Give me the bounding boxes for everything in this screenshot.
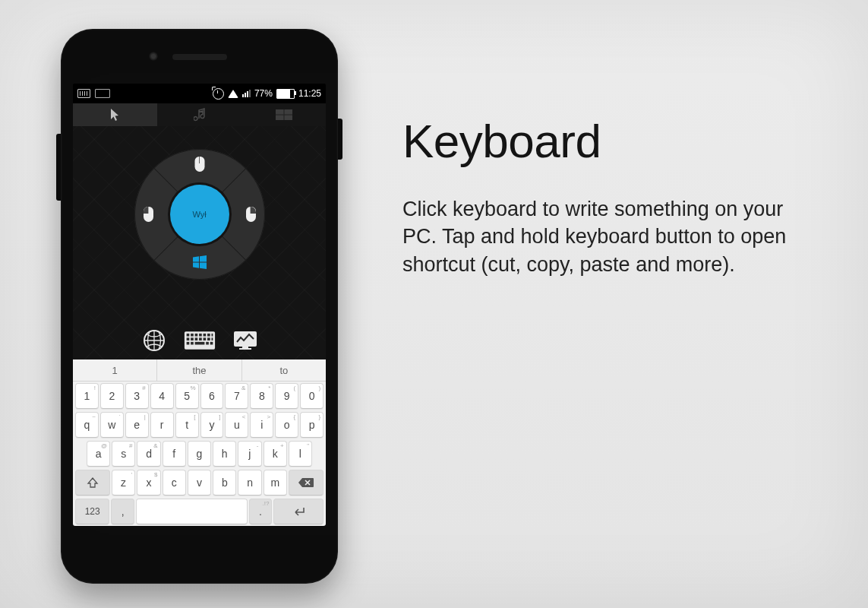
key-row-numbers: 1!23#45%67&8*9(0) bbox=[73, 382, 326, 410]
phone-device: 77% 11:25 bbox=[61, 29, 338, 584]
symbols-key[interactable]: 123 bbox=[75, 499, 109, 524]
key-z[interactable]: z' bbox=[112, 470, 135, 496]
tab-presentation[interactable] bbox=[241, 103, 326, 126]
svg-rect-7 bbox=[194, 334, 197, 337]
svg-rect-17 bbox=[207, 337, 210, 340]
phone-screen: 77% 11:25 bbox=[73, 84, 326, 526]
key-a[interactable]: a@ bbox=[87, 441, 110, 467]
sd-card-icon bbox=[95, 89, 110, 98]
key-r[interactable]: r bbox=[150, 412, 174, 438]
key-c[interactable]: c bbox=[163, 470, 186, 496]
windows-icon bbox=[193, 255, 207, 269]
browser-button[interactable] bbox=[138, 329, 170, 352]
suggestion-2[interactable]: the bbox=[157, 359, 241, 381]
svg-rect-25 bbox=[242, 347, 248, 348]
svg-rect-15 bbox=[199, 337, 202, 340]
suggestion-bar: 1 the to bbox=[73, 359, 326, 382]
app-body[interactable]: Wył bbox=[73, 126, 326, 359]
key-d[interactable]: d& bbox=[137, 441, 160, 467]
key-3[interactable]: 3# bbox=[125, 383, 149, 409]
on-screen-keyboard: 1 the to 1!23#45%67&8*9(0) q~w`e|rt[y]u<… bbox=[73, 359, 326, 526]
shift-key[interactable] bbox=[75, 470, 110, 496]
keyboard-button[interactable] bbox=[184, 329, 216, 352]
key-y[interactable]: y] bbox=[200, 412, 224, 438]
comma-key[interactable]: , bbox=[111, 499, 134, 524]
key-q[interactable]: q~ bbox=[75, 412, 99, 438]
shift-icon bbox=[87, 477, 99, 489]
tab-mouse[interactable] bbox=[73, 103, 157, 126]
key-v[interactable]: v bbox=[188, 470, 211, 496]
svg-rect-11 bbox=[211, 334, 213, 337]
key-f[interactable]: f bbox=[163, 441, 186, 467]
marketing-heading: Keyboard bbox=[402, 114, 822, 168]
key-g[interactable]: g bbox=[188, 441, 211, 467]
mouse-right-button[interactable] bbox=[246, 207, 256, 222]
svg-rect-5 bbox=[186, 334, 189, 337]
svg-rect-9 bbox=[203, 334, 206, 337]
svg-rect-22 bbox=[206, 342, 209, 345]
key-j[interactable]: j- bbox=[238, 441, 261, 467]
globe-icon bbox=[143, 329, 166, 352]
key-m[interactable]: m bbox=[264, 470, 287, 496]
key-e[interactable]: e| bbox=[125, 412, 149, 438]
key-1[interactable]: 1! bbox=[75, 383, 99, 409]
monitor-button[interactable] bbox=[229, 329, 261, 352]
cursor-icon bbox=[109, 107, 122, 122]
svg-rect-26 bbox=[239, 348, 251, 350]
svg-rect-16 bbox=[203, 337, 206, 340]
suggestion-1[interactable]: 1 bbox=[73, 359, 157, 381]
key-0[interactable]: 0) bbox=[300, 383, 324, 409]
space-key[interactable] bbox=[136, 499, 247, 524]
key-u[interactable]: u< bbox=[225, 412, 248, 438]
clock-time: 11:25 bbox=[298, 88, 321, 99]
svg-rect-14 bbox=[194, 337, 197, 340]
svg-rect-19 bbox=[186, 342, 189, 345]
key-o[interactable]: o{ bbox=[275, 412, 298, 438]
key-k[interactable]: k+ bbox=[264, 441, 287, 467]
alarm-icon bbox=[213, 88, 224, 100]
enter-icon bbox=[291, 506, 306, 517]
mouse-middle-button[interactable] bbox=[194, 157, 204, 172]
key-h[interactable]: h bbox=[213, 441, 236, 467]
status-bar: 77% 11:25 bbox=[73, 84, 326, 103]
key-s[interactable]: s# bbox=[112, 441, 135, 467]
battery-percent: 77% bbox=[254, 88, 273, 99]
marketing-copy: Keyboard Click keyboard to write some­th… bbox=[402, 114, 822, 278]
key-p[interactable]: p} bbox=[300, 412, 324, 438]
key-l[interactable]: l" bbox=[289, 441, 312, 467]
key-row-3: z'x$cvbnm bbox=[73, 468, 326, 497]
key-i[interactable]: i> bbox=[250, 412, 273, 438]
key-w[interactable]: w` bbox=[100, 412, 124, 438]
key-n[interactable]: n bbox=[238, 470, 261, 496]
wifi-icon bbox=[228, 90, 238, 98]
period-key[interactable]: ..!? bbox=[249, 499, 273, 524]
monitor-icon bbox=[232, 330, 258, 351]
key-2[interactable]: 2 bbox=[100, 383, 124, 409]
mouse-left-button[interactable] bbox=[144, 207, 153, 222]
svg-rect-6 bbox=[191, 334, 194, 337]
tab-media[interactable] bbox=[157, 103, 241, 126]
front-camera bbox=[149, 52, 158, 61]
key-4[interactable]: 4 bbox=[150, 383, 174, 409]
key-x[interactable]: x$ bbox=[137, 470, 160, 496]
svg-rect-20 bbox=[191, 342, 194, 345]
marketing-body: Click keyboard to write some­thing on yo… bbox=[402, 195, 813, 278]
key-7[interactable]: 7& bbox=[225, 383, 248, 409]
signal-icon bbox=[242, 90, 251, 97]
key-9[interactable]: 9( bbox=[275, 383, 298, 409]
key-b[interactable]: b bbox=[213, 470, 236, 496]
battery-icon bbox=[276, 89, 295, 99]
svg-rect-21 bbox=[194, 342, 204, 345]
enter-key[interactable] bbox=[273, 499, 324, 524]
key-5[interactable]: 5% bbox=[175, 383, 199, 409]
key-6[interactable]: 6 bbox=[200, 383, 224, 409]
radial-center-button[interactable]: Wył bbox=[170, 185, 229, 244]
key-row-4: 123 , ..!? bbox=[73, 497, 326, 526]
windows-button[interactable] bbox=[193, 255, 207, 272]
suggestion-3[interactable]: to bbox=[242, 359, 326, 381]
key-8[interactable]: 8* bbox=[250, 383, 273, 409]
backspace-key[interactable] bbox=[289, 470, 324, 496]
key-row-2: a@s#d&fghj-k+l" bbox=[73, 439, 326, 468]
svg-rect-13 bbox=[191, 337, 194, 340]
key-t[interactable]: t[ bbox=[175, 412, 199, 438]
